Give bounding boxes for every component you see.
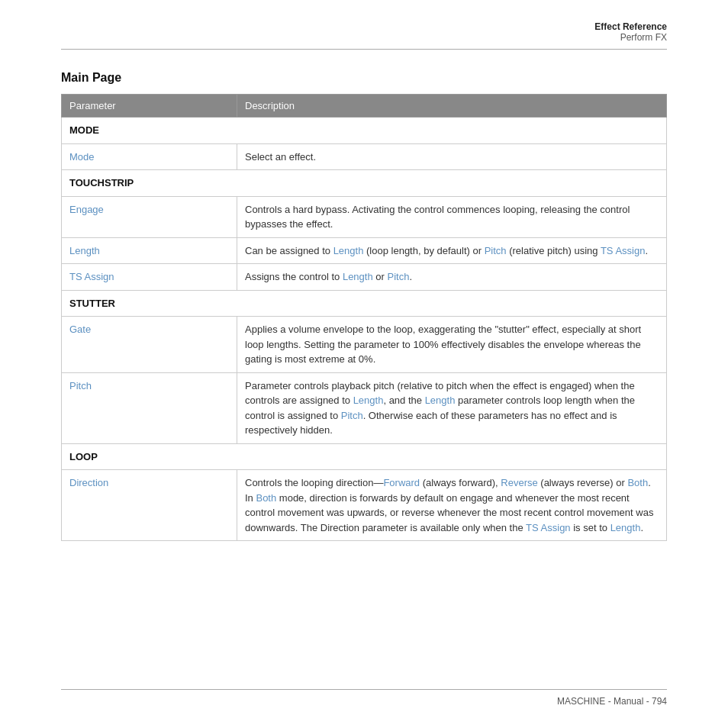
footer: MASCHINE - Manual - 794 [61, 689, 667, 707]
section-label: STUTTER [62, 290, 667, 317]
table-row: EngageControls a hard bypass. Activating… [62, 196, 667, 237]
table-section-row: LOOP [62, 443, 667, 470]
table-section-row: STUTTER [62, 290, 667, 317]
desc-cell: Controls the looping direction—Forward (… [237, 470, 667, 541]
param-cell: Engage [62, 196, 237, 237]
table-row: TS AssignAssigns the control to Length o… [62, 264, 667, 291]
page-container: Effect Reference Perform FX Main Page Pa… [0, 0, 728, 728]
col-parameter: Parameter [62, 95, 237, 118]
page-title: Main Page [61, 71, 667, 85]
desc-cell: Select an effect. [237, 143, 667, 170]
param-cell: Direction [62, 470, 237, 541]
section-label: LOOP [62, 443, 667, 470]
table-row: PitchParameter controls playback pitch (… [62, 372, 667, 443]
param-cell: Pitch [62, 372, 237, 443]
desc-cell: Applies a volume envelope to the loop, e… [237, 317, 667, 373]
table-header-row: Parameter Description [62, 95, 667, 118]
param-cell: Length [62, 237, 237, 264]
desc-cell: Assigns the control to Length or Pitch. [237, 264, 667, 291]
table-row: ModeSelect an effect. [62, 143, 667, 170]
section-label: TOUCHSTRIP [62, 170, 667, 197]
footer-text: MASCHINE - Manual - 794 [557, 696, 667, 707]
param-cell: TS Assign [62, 264, 237, 291]
table-row: GateApplies a volume envelope to the loo… [62, 317, 667, 373]
table-section-row: MODE [62, 118, 667, 144]
header: Effect Reference Perform FX [61, 0, 667, 50]
section-label: MODE [62, 118, 667, 144]
desc-cell: Parameter controls playback pitch (relat… [237, 372, 667, 443]
header-subtitle: Perform FX [61, 32, 667, 43]
desc-cell: Controls a hard bypass. Activating the c… [237, 196, 667, 237]
desc-cell: Can be assigned to Length (loop length, … [237, 237, 667, 264]
table-row: DirectionControls the looping direction—… [62, 470, 667, 541]
param-cell: Mode [62, 143, 237, 170]
col-description: Description [237, 95, 667, 118]
table-section-row: TOUCHSTRIP [62, 170, 667, 197]
table-row: LengthCan be assigned to Length (loop le… [62, 237, 667, 264]
reference-table: Parameter Description MODEModeSelect an … [61, 94, 667, 541]
param-cell: Gate [62, 317, 237, 373]
header-title: Effect Reference [61, 21, 667, 32]
